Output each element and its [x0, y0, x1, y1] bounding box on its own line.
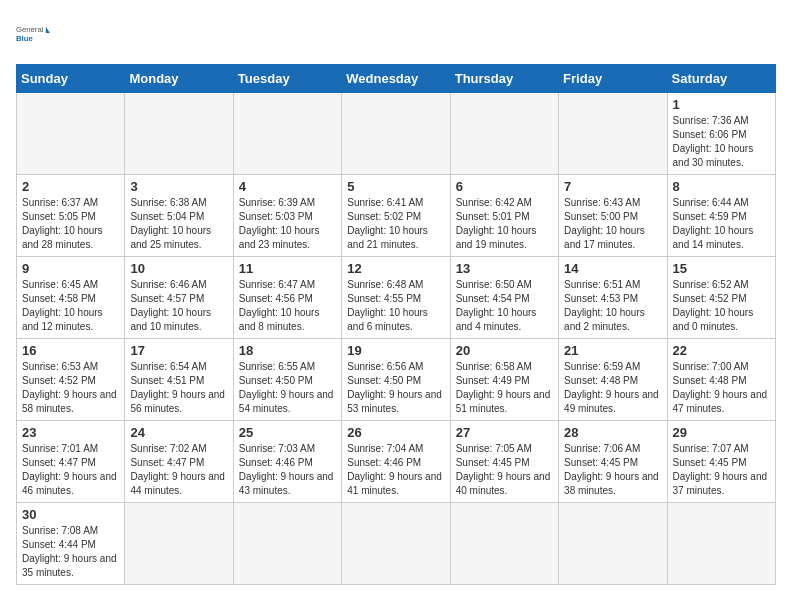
calendar-cell: 6Sunrise: 6:42 AM Sunset: 5:01 PM Daylig… [450, 175, 558, 257]
logo-icon: General Blue [16, 16, 52, 52]
calendar-cell: 25Sunrise: 7:03 AM Sunset: 4:46 PM Dayli… [233, 421, 341, 503]
day-number: 22 [673, 343, 770, 358]
calendar-cell: 27Sunrise: 7:05 AM Sunset: 4:45 PM Dayli… [450, 421, 558, 503]
calendar-cell: 20Sunrise: 6:58 AM Sunset: 4:49 PM Dayli… [450, 339, 558, 421]
calendar-cell [667, 503, 775, 585]
day-number: 15 [673, 261, 770, 276]
calendar-cell [233, 93, 341, 175]
day-info: Sunrise: 6:43 AM Sunset: 5:00 PM Dayligh… [564, 196, 661, 252]
calendar-cell: 8Sunrise: 6:44 AM Sunset: 4:59 PM Daylig… [667, 175, 775, 257]
day-number: 11 [239, 261, 336, 276]
calendar-week-row: 2Sunrise: 6:37 AM Sunset: 5:05 PM Daylig… [17, 175, 776, 257]
day-number: 18 [239, 343, 336, 358]
weekday-header-sunday: Sunday [17, 65, 125, 93]
day-number: 5 [347, 179, 444, 194]
calendar-cell: 5Sunrise: 6:41 AM Sunset: 5:02 PM Daylig… [342, 175, 450, 257]
calendar-cell [559, 93, 667, 175]
day-number: 23 [22, 425, 119, 440]
day-info: Sunrise: 6:41 AM Sunset: 5:02 PM Dayligh… [347, 196, 444, 252]
day-number: 17 [130, 343, 227, 358]
day-info: Sunrise: 6:46 AM Sunset: 4:57 PM Dayligh… [130, 278, 227, 334]
weekday-header-tuesday: Tuesday [233, 65, 341, 93]
day-number: 13 [456, 261, 553, 276]
calendar-cell [342, 503, 450, 585]
weekday-header-thursday: Thursday [450, 65, 558, 93]
day-number: 30 [22, 507, 119, 522]
weekday-header-wednesday: Wednesday [342, 65, 450, 93]
day-number: 24 [130, 425, 227, 440]
day-info: Sunrise: 6:38 AM Sunset: 5:04 PM Dayligh… [130, 196, 227, 252]
day-info: Sunrise: 7:06 AM Sunset: 4:45 PM Dayligh… [564, 442, 661, 498]
calendar-table: SundayMondayTuesdayWednesdayThursdayFrid… [16, 64, 776, 585]
calendar-cell: 30Sunrise: 7:08 AM Sunset: 4:44 PM Dayli… [17, 503, 125, 585]
calendar-cell: 19Sunrise: 6:56 AM Sunset: 4:50 PM Dayli… [342, 339, 450, 421]
day-info: Sunrise: 6:59 AM Sunset: 4:48 PM Dayligh… [564, 360, 661, 416]
day-number: 28 [564, 425, 661, 440]
calendar-cell: 11Sunrise: 6:47 AM Sunset: 4:56 PM Dayli… [233, 257, 341, 339]
calendar-cell [17, 93, 125, 175]
day-info: Sunrise: 7:07 AM Sunset: 4:45 PM Dayligh… [673, 442, 770, 498]
day-number: 12 [347, 261, 444, 276]
day-number: 29 [673, 425, 770, 440]
day-info: Sunrise: 6:55 AM Sunset: 4:50 PM Dayligh… [239, 360, 336, 416]
day-info: Sunrise: 7:01 AM Sunset: 4:47 PM Dayligh… [22, 442, 119, 498]
day-number: 7 [564, 179, 661, 194]
day-number: 2 [22, 179, 119, 194]
calendar-cell: 1Sunrise: 7:36 AM Sunset: 6:06 PM Daylig… [667, 93, 775, 175]
day-number: 10 [130, 261, 227, 276]
calendar-cell: 9Sunrise: 6:45 AM Sunset: 4:58 PM Daylig… [17, 257, 125, 339]
calendar-week-row: 30Sunrise: 7:08 AM Sunset: 4:44 PM Dayli… [17, 503, 776, 585]
calendar-cell: 21Sunrise: 6:59 AM Sunset: 4:48 PM Dayli… [559, 339, 667, 421]
day-info: Sunrise: 6:51 AM Sunset: 4:53 PM Dayligh… [564, 278, 661, 334]
day-info: Sunrise: 6:45 AM Sunset: 4:58 PM Dayligh… [22, 278, 119, 334]
day-number: 26 [347, 425, 444, 440]
calendar-cell [342, 93, 450, 175]
day-number: 20 [456, 343, 553, 358]
day-number: 3 [130, 179, 227, 194]
day-info: Sunrise: 6:52 AM Sunset: 4:52 PM Dayligh… [673, 278, 770, 334]
calendar-week-row: 9Sunrise: 6:45 AM Sunset: 4:58 PM Daylig… [17, 257, 776, 339]
calendar-cell: 13Sunrise: 6:50 AM Sunset: 4:54 PM Dayli… [450, 257, 558, 339]
day-info: Sunrise: 6:42 AM Sunset: 5:01 PM Dayligh… [456, 196, 553, 252]
day-info: Sunrise: 6:39 AM Sunset: 5:03 PM Dayligh… [239, 196, 336, 252]
svg-text:Blue: Blue [16, 34, 33, 43]
logo: General Blue [16, 16, 52, 52]
calendar-cell: 14Sunrise: 6:51 AM Sunset: 4:53 PM Dayli… [559, 257, 667, 339]
weekday-header-saturday: Saturday [667, 65, 775, 93]
day-info: Sunrise: 7:03 AM Sunset: 4:46 PM Dayligh… [239, 442, 336, 498]
day-number: 14 [564, 261, 661, 276]
day-number: 21 [564, 343, 661, 358]
day-info: Sunrise: 6:44 AM Sunset: 4:59 PM Dayligh… [673, 196, 770, 252]
day-number: 25 [239, 425, 336, 440]
day-number: 8 [673, 179, 770, 194]
calendar-cell: 17Sunrise: 6:54 AM Sunset: 4:51 PM Dayli… [125, 339, 233, 421]
day-number: 27 [456, 425, 553, 440]
day-number: 16 [22, 343, 119, 358]
weekday-header-friday: Friday [559, 65, 667, 93]
calendar-cell: 16Sunrise: 6:53 AM Sunset: 4:52 PM Dayli… [17, 339, 125, 421]
calendar-cell: 10Sunrise: 6:46 AM Sunset: 4:57 PM Dayli… [125, 257, 233, 339]
calendar-cell: 3Sunrise: 6:38 AM Sunset: 5:04 PM Daylig… [125, 175, 233, 257]
day-info: Sunrise: 6:53 AM Sunset: 4:52 PM Dayligh… [22, 360, 119, 416]
calendar-cell: 12Sunrise: 6:48 AM Sunset: 4:55 PM Dayli… [342, 257, 450, 339]
calendar-cell [450, 503, 558, 585]
day-info: Sunrise: 7:36 AM Sunset: 6:06 PM Dayligh… [673, 114, 770, 170]
day-info: Sunrise: 6:37 AM Sunset: 5:05 PM Dayligh… [22, 196, 119, 252]
calendar-cell: 7Sunrise: 6:43 AM Sunset: 5:00 PM Daylig… [559, 175, 667, 257]
day-info: Sunrise: 6:47 AM Sunset: 4:56 PM Dayligh… [239, 278, 336, 334]
calendar-cell: 24Sunrise: 7:02 AM Sunset: 4:47 PM Dayli… [125, 421, 233, 503]
day-info: Sunrise: 6:48 AM Sunset: 4:55 PM Dayligh… [347, 278, 444, 334]
calendar-cell: 22Sunrise: 7:00 AM Sunset: 4:48 PM Dayli… [667, 339, 775, 421]
calendar-cell [233, 503, 341, 585]
day-info: Sunrise: 6:58 AM Sunset: 4:49 PM Dayligh… [456, 360, 553, 416]
svg-marker-2 [46, 27, 50, 33]
day-info: Sunrise: 6:50 AM Sunset: 4:54 PM Dayligh… [456, 278, 553, 334]
calendar-week-row: 23Sunrise: 7:01 AM Sunset: 4:47 PM Dayli… [17, 421, 776, 503]
calendar-cell [125, 93, 233, 175]
day-number: 4 [239, 179, 336, 194]
calendar-cell [559, 503, 667, 585]
calendar-week-row: 16Sunrise: 6:53 AM Sunset: 4:52 PM Dayli… [17, 339, 776, 421]
calendar-cell: 15Sunrise: 6:52 AM Sunset: 4:52 PM Dayli… [667, 257, 775, 339]
calendar-cell: 26Sunrise: 7:04 AM Sunset: 4:46 PM Dayli… [342, 421, 450, 503]
calendar-cell [450, 93, 558, 175]
